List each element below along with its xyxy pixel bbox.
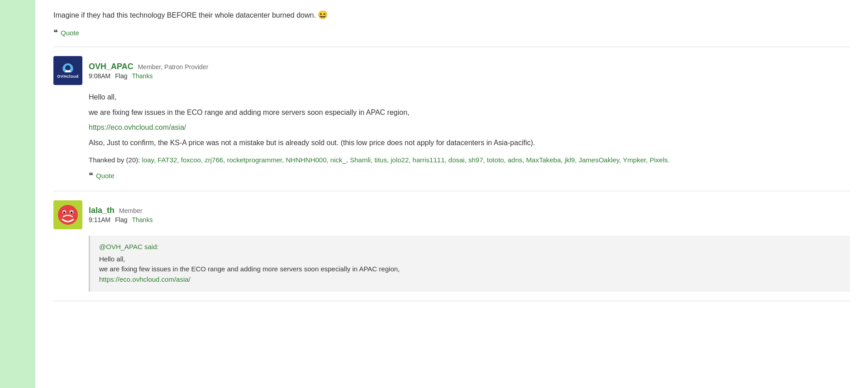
quote-eco-link[interactable]: https://eco.ovhcloud.com/asia/	[99, 275, 191, 283]
lala-avatar-svg	[53, 200, 82, 229]
user-info-ovh: OVH_APAC Member, Patron Provider 9:08AM …	[89, 62, 208, 80]
quote-block-lala: @OVH_APAC said: Hello all, we are fixing…	[89, 236, 850, 292]
quote-button-ovh[interactable]: ❝ Quote	[89, 170, 114, 180]
ovh-logo-text: OVHcloud	[57, 74, 79, 79]
username-line-lala: lala_th Member	[89, 206, 153, 215]
post-line-link: https://eco.ovhcloud.com/asia/	[89, 122, 850, 133]
thanked-prefix: Thanked by (20):	[89, 156, 140, 164]
post-body-ovh: Hello all, we are fixing few issues in t…	[89, 91, 850, 182]
flag-button-lala[interactable]: Flag	[115, 216, 127, 223]
quote-text-lala: Hello all, we are fixing few issues in t…	[99, 254, 841, 285]
ovh-logo-svg	[60, 62, 76, 73]
post-line-1: Hello all,	[89, 91, 850, 103]
post-ovh-apac: OVHcloud OVH_APAC Member, Patron Provide…	[53, 47, 850, 191]
avatar-lala	[53, 200, 82, 229]
post-meta-lala: 9:11AM Flag Thanks	[89, 216, 153, 223]
quote-icon: ❝	[53, 28, 58, 38]
quote-attribution-lala: @OVH_APAC said:	[99, 243, 841, 251]
top-post-text: Imagine if they had this technology BEFO…	[53, 9, 850, 21]
flag-button-ovh[interactable]: Flag	[115, 72, 127, 80]
eco-link[interactable]: https://eco.ovhcloud.com/asia/	[89, 123, 186, 131]
post-line-3: Also, Just to confirm, the KS-A price wa…	[89, 137, 850, 149]
grinning-emoji: 😆	[318, 10, 328, 19]
svg-point-5	[71, 211, 73, 213]
main-content: Imagine if they had this technology BEFO…	[35, 0, 868, 388]
top-post-quote-button[interactable]: ❝ Quote	[53, 28, 79, 38]
post-line-2: we are fixing few issues in the ECO rang…	[89, 107, 850, 118]
thanks-button-ovh[interactable]: Thanks	[132, 72, 153, 80]
post-header-ovh: OVHcloud OVH_APAC Member, Patron Provide…	[53, 56, 850, 85]
user-role-ovh: Member, Patron Provider	[138, 63, 209, 71]
username-line-ovh: OVH_APAC Member, Patron Provider	[89, 62, 208, 71]
post-lala-th: lala_th Member 9:11AM Flag Thanks @OVH_A…	[53, 191, 850, 302]
avatar-ovh: OVHcloud	[53, 56, 82, 85]
user-info-lala: lala_th Member 9:11AM Flag Thanks	[89, 206, 153, 223]
thanks-button-lala[interactable]: Thanks	[132, 216, 153, 223]
thanked-by-section: Thanked by (20): loay, FAT32, foxcoo, zr…	[89, 155, 850, 166]
username-ovh: OVH_APAC	[89, 62, 134, 71]
thanked-users-list: loay, FAT32, foxcoo, zrj766, rocketprogr…	[142, 156, 670, 164]
post-time-ovh: 9:08AM	[89, 72, 110, 80]
user-role-lala: Member	[119, 207, 142, 214]
svg-point-4	[63, 211, 66, 213]
quote-btn-wrapper-ovh: ❝ Quote	[89, 170, 850, 182]
quote-line-2: we are fixing few issues in the ECO rang…	[99, 264, 841, 274]
top-post: Imagine if they had this technology BEFO…	[53, 9, 850, 47]
post-time-lala: 9:11AM	[89, 216, 110, 223]
quote-line-1: Hello all,	[99, 254, 841, 265]
username-lala: lala_th	[89, 206, 114, 215]
quote-icon-ovh: ❝	[89, 170, 93, 180]
quote-line-link: https://eco.ovhcloud.com/asia/	[99, 274, 841, 285]
sidebar	[0, 0, 35, 388]
post-header-lala: lala_th Member 9:11AM Flag Thanks	[53, 200, 850, 229]
post-meta-ovh: 9:08AM Flag Thanks	[89, 72, 208, 80]
